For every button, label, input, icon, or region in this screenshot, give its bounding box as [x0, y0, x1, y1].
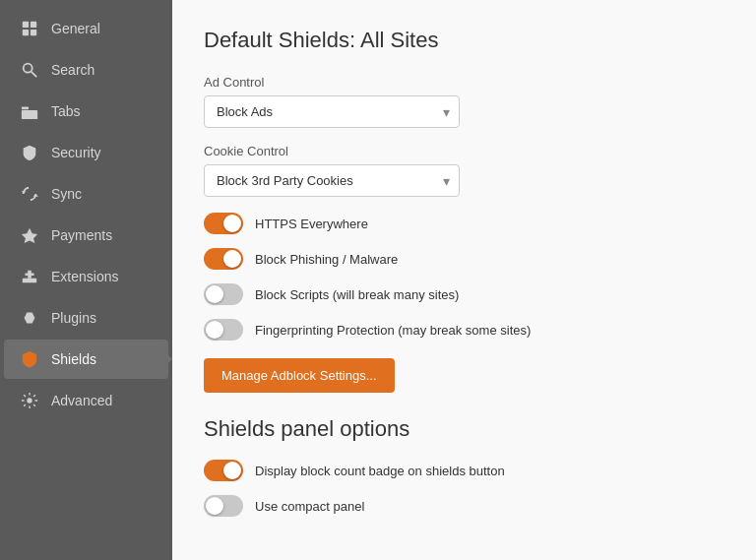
payments-icon: [20, 225, 39, 245]
panel-toggle-knob-badge: [223, 462, 241, 479]
sidebar-item-label: Shields: [51, 351, 96, 367]
panel-toggle-compact[interactable]: [204, 495, 243, 517]
toggle-https[interactable]: [204, 213, 243, 234]
toggle-knob-fingerprinting: [206, 321, 223, 339]
security-icon: [20, 143, 39, 162]
search-icon: [20, 60, 39, 80]
panel-toggle-badge[interactable]: [204, 460, 243, 481]
main-content: Default Shields: All Sites Ad Control Bl…: [172, 0, 756, 560]
toggle-row-fingerprinting: Fingerprinting Protection (may break som…: [204, 319, 724, 341]
toggle-label-https: HTTPS Everywhere: [255, 217, 368, 231]
svg-marker-8: [22, 228, 37, 243]
toggle-knob-scripts: [206, 285, 223, 303]
sidebar-item-label: Security: [51, 145, 101, 160]
panel-toggle-row-compact: Use compact panel: [204, 495, 724, 517]
sidebar-item-label: Extensions: [51, 269, 118, 284]
panel-toggle-row-badge: Display block count badge on shields but…: [204, 460, 724, 481]
advanced-icon: [20, 391, 39, 410]
toggle-label-scripts: Block Scripts (will break many sites): [255, 287, 459, 302]
toggle-phishing[interactable]: [204, 248, 243, 270]
svg-rect-3: [31, 30, 36, 35]
toggle-row-phishing: Block Phishing / Malware: [204, 248, 724, 270]
sidebar-item-security[interactable]: Security: [4, 133, 168, 172]
ad-control-wrapper: Block Ads Allow Ads Block Ads and Tracki…: [204, 95, 460, 128]
svg-point-4: [24, 64, 32, 73]
ad-control-label: Ad Control: [204, 75, 724, 90]
toggle-knob-phishing: [223, 250, 241, 268]
general-icon: [20, 19, 39, 38]
sidebar-item-search[interactable]: Search: [4, 50, 168, 90]
sidebar-item-general[interactable]: General: [4, 9, 168, 48]
sidebar-item-payments[interactable]: Payments: [4, 216, 168, 255]
sidebar-item-label: Payments: [51, 227, 112, 243]
sync-icon: [20, 184, 39, 204]
svg-rect-7: [22, 110, 37, 119]
svg-rect-2: [23, 30, 29, 35]
panel-toggle-knob-compact: [206, 497, 223, 515]
panel-toggle-label-badge: Display block count badge on shields but…: [255, 464, 505, 478]
sidebar-item-tabs[interactable]: Tabs: [4, 92, 168, 131]
sidebar-item-label: Advanced: [51, 393, 112, 408]
panel-toggle-label-compact: Use compact panel: [255, 499, 364, 514]
svg-point-10: [27, 398, 32, 403]
shields-panel-title: Shields panel options: [204, 416, 724, 442]
sidebar-item-advanced[interactable]: Advanced: [4, 381, 168, 420]
toggle-row-scripts: Block Scripts (will break many sites): [204, 283, 724, 305]
svg-line-5: [32, 72, 36, 77]
sidebar-item-label: Search: [51, 62, 94, 78]
sidebar-item-sync[interactable]: Sync: [4, 174, 168, 214]
tabs-icon: [20, 101, 39, 121]
sidebar-item-extensions[interactable]: Extensions: [4, 257, 168, 296]
cookie-control-select[interactable]: Block 3rd Party Cookies Block All Cookie…: [204, 164, 460, 197]
svg-rect-6: [22, 107, 29, 110]
sidebar-item-label: General: [51, 21, 100, 36]
extensions-icon: [20, 267, 39, 286]
sidebar-item-label: Plugins: [51, 310, 96, 326]
sidebar-item-plugins[interactable]: Plugins: [4, 298, 168, 338]
page-title: Default Shields: All Sites: [204, 28, 724, 53]
manage-adblock-button[interactable]: Manage Adblock Settings...: [204, 358, 395, 393]
shields-icon: [20, 349, 39, 369]
svg-rect-1: [31, 22, 36, 28]
toggle-label-fingerprinting: Fingerprinting Protection (may break som…: [255, 323, 531, 338]
svg-rect-0: [23, 22, 29, 28]
cookie-control-wrapper: Block 3rd Party Cookies Block All Cookie…: [204, 164, 460, 197]
plugins-icon: [20, 308, 39, 328]
toggle-row-https: HTTPS Everywhere: [204, 213, 724, 234]
svg-rect-9: [23, 279, 36, 283]
toggle-fingerprinting[interactable]: [204, 319, 243, 341]
ad-control-select[interactable]: Block Ads Allow Ads Block Ads and Tracki…: [204, 95, 460, 128]
toggle-label-phishing: Block Phishing / Malware: [255, 252, 398, 267]
sidebar-item-label: Sync: [51, 186, 82, 202]
toggle-knob-https: [223, 215, 241, 232]
sidebar-item-label: Tabs: [51, 103, 81, 119]
cookie-control-label: Cookie Control: [204, 144, 724, 158]
sidebar: General Search Tabs Security Sync Paymen…: [0, 0, 172, 560]
sidebar-item-shields[interactable]: Shields: [4, 340, 168, 379]
toggle-scripts[interactable]: [204, 283, 243, 305]
